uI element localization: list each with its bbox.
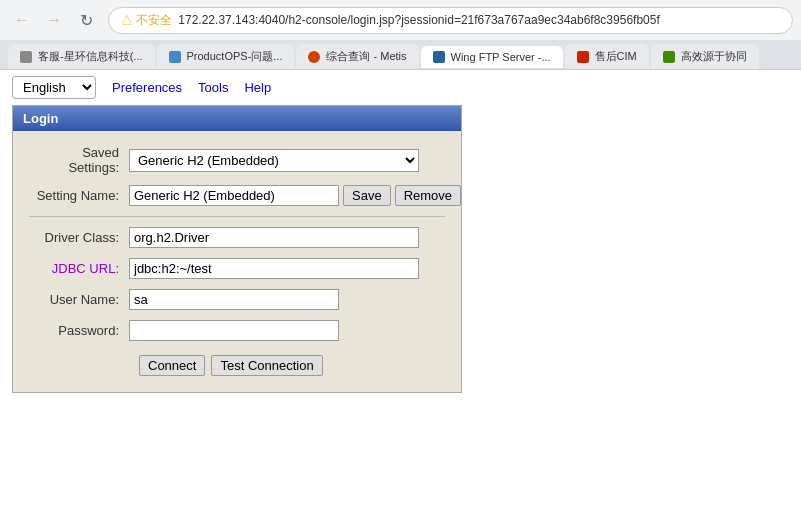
- browser-chrome: ← → ↻ △ 不安全 172.22.37.143:4040/h2-consol…: [0, 0, 801, 70]
- save-button[interactable]: Save: [343, 185, 391, 206]
- password-group: [129, 320, 445, 341]
- nav-buttons: ← → ↻: [8, 6, 100, 34]
- remove-button[interactable]: Remove: [395, 185, 461, 206]
- address-bar[interactable]: △ 不安全 172.22.37.143:4040/h2-console/logi…: [108, 7, 793, 34]
- divider: [29, 216, 445, 217]
- url-text: 172.22.37.143:4040/h2-console/login.jsp?…: [178, 13, 780, 27]
- driver-class-label: Driver Class:: [29, 230, 129, 245]
- tab-label-6: 高效源于协同: [681, 49, 747, 64]
- tab-label-5: 售后CIM: [595, 49, 637, 64]
- jdbc-url-label: JDBC URL:: [29, 261, 129, 276]
- security-warning-icon: △ 不安全: [121, 12, 172, 29]
- jdbc-url-group: [129, 258, 445, 279]
- tab-favicon-1: [20, 51, 32, 63]
- driver-class-group: [129, 227, 445, 248]
- login-box: Login Saved Settings: Generic H2 (Embedd…: [12, 105, 462, 393]
- setting-name-row: Setting Name: Save Remove: [29, 185, 445, 206]
- preferences-menu[interactable]: Preferences: [112, 80, 182, 95]
- tab-1[interactable]: 客服-星环信息科技(...: [8, 44, 155, 69]
- tab-2[interactable]: ProductOPS-问题...: [157, 44, 295, 69]
- tab-4[interactable]: Wing FTP Server -...: [421, 46, 563, 68]
- tools-menu[interactable]: Tools: [198, 80, 228, 95]
- login-body: Saved Settings: Generic H2 (Embedded)Gen…: [13, 131, 461, 392]
- setting-name-group: Save Remove: [129, 185, 461, 206]
- tab-favicon-3: [308, 51, 320, 63]
- test-connection-button[interactable]: Test Connection: [211, 355, 322, 376]
- help-menu[interactable]: Help: [244, 80, 271, 95]
- saved-settings-label: Saved Settings:: [29, 145, 129, 175]
- tab-favicon-4: [433, 51, 445, 63]
- user-name-group: [129, 289, 445, 310]
- jdbc-url-row: JDBC URL:: [29, 258, 445, 279]
- saved-settings-group: Generic H2 (Embedded)Generic H2 (Server)…: [129, 149, 445, 172]
- tab-5[interactable]: 售后CIM: [565, 44, 649, 69]
- password-row: Password:: [29, 320, 445, 341]
- action-buttons: Connect Test Connection: [29, 355, 445, 376]
- tab-favicon-6: [663, 51, 675, 63]
- tab-favicon-2: [169, 51, 181, 63]
- tab-3[interactable]: 综合查询 - Metis: [296, 44, 418, 69]
- main-content: Login Saved Settings: Generic H2 (Embedd…: [0, 105, 801, 405]
- login-header: Login: [13, 106, 461, 131]
- browser-tabs: 客服-星环信息科技(... ProductOPS-问题... 综合查询 - Me…: [0, 40, 801, 69]
- user-name-label: User Name:: [29, 292, 129, 307]
- password-input[interactable]: [129, 320, 339, 341]
- saved-settings-row: Saved Settings: Generic H2 (Embedded)Gen…: [29, 145, 445, 175]
- tab-label-1: 客服-星环信息科技(...: [38, 49, 143, 64]
- user-name-input[interactable]: [129, 289, 339, 310]
- language-select[interactable]: English中文日本語DeutschFrançais: [12, 76, 96, 99]
- tab-label-3: 综合查询 - Metis: [326, 49, 406, 64]
- password-label: Password:: [29, 323, 129, 338]
- menu-bar: English中文日本語DeutschFrançais Preferences …: [0, 70, 801, 105]
- driver-class-input[interactable]: [129, 227, 419, 248]
- driver-class-row: Driver Class:: [29, 227, 445, 248]
- forward-button[interactable]: →: [40, 6, 68, 34]
- login-title: Login: [23, 111, 58, 126]
- user-name-row: User Name:: [29, 289, 445, 310]
- saved-settings-select[interactable]: Generic H2 (Embedded)Generic H2 (Server)…: [129, 149, 419, 172]
- tab-favicon-5: [577, 51, 589, 63]
- connect-button[interactable]: Connect: [139, 355, 205, 376]
- jdbc-url-input[interactable]: [129, 258, 419, 279]
- browser-toolbar: ← → ↻ △ 不安全 172.22.37.143:4040/h2-consol…: [0, 0, 801, 40]
- tab-label-2: ProductOPS-问题...: [187, 49, 283, 64]
- tab-6[interactable]: 高效源于协同: [651, 44, 759, 69]
- setting-name-input[interactable]: [129, 185, 339, 206]
- setting-name-label: Setting Name:: [29, 188, 129, 203]
- refresh-button[interactable]: ↻: [72, 6, 100, 34]
- tab-label-4: Wing FTP Server -...: [451, 51, 551, 63]
- back-button[interactable]: ←: [8, 6, 36, 34]
